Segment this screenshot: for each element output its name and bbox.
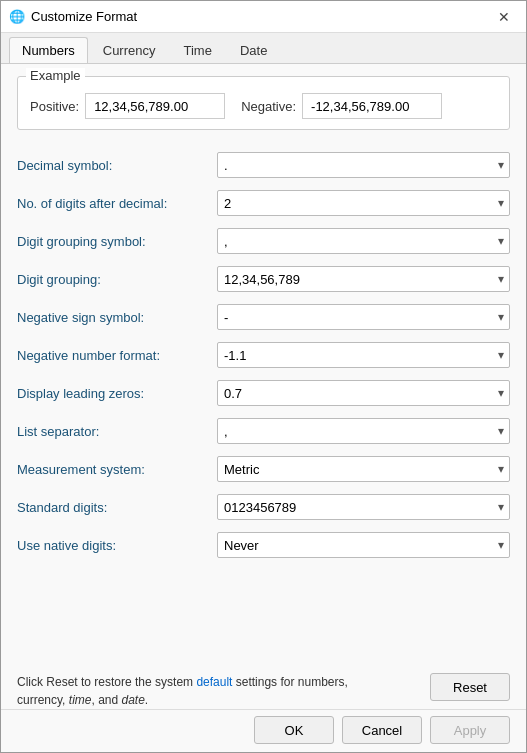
standard-digits-row: Standard digits: 0123456789 <box>17 488 510 526</box>
digit-grouping-symbol-row: Digit grouping symbol: , . <box>17 222 510 260</box>
negative-number-format-select[interactable]: -1.1 - 1.1 1.1- (1.1) <box>217 342 510 368</box>
form-section: Decimal symbol: . , No. of digits after … <box>17 146 510 564</box>
example-row: Positive: 12,34,56,789.00 Negative: -12,… <box>30 93 497 119</box>
digits-after-decimal-label: No. of digits after decimal: <box>17 196 217 211</box>
decimal-symbol-select[interactable]: . , <box>217 152 510 178</box>
display-leading-zeros-select[interactable]: 0.7 .7 <box>217 380 510 406</box>
negative-sign-symbol-select[interactable]: - ( <box>217 304 510 330</box>
measurement-system-row: Measurement system: Metric U.S. U.K. <box>17 450 510 488</box>
use-native-digits-select[interactable]: Never Always National scripts only <box>217 532 510 558</box>
footer-buttons: OK Cancel Apply <box>1 709 526 752</box>
reset-footer: Click Reset to restore the system defaul… <box>1 665 526 709</box>
negative-number-format-control: -1.1 - 1.1 1.1- (1.1) <box>217 342 510 368</box>
positive-value: 12,34,56,789.00 <box>85 93 225 119</box>
digit-grouping-select-wrapper: 12,34,56,789 123,456,789 <box>217 266 510 292</box>
use-native-digits-label: Use native digits: <box>17 538 217 553</box>
measurement-system-select[interactable]: Metric U.S. U.K. <box>217 456 510 482</box>
reset-text-comma: , and <box>91 693 121 707</box>
example-group-label: Example <box>26 68 85 83</box>
display-leading-zeros-label: Display leading zeros: <box>17 386 217 401</box>
negative-sign-symbol-select-wrapper: - ( <box>217 304 510 330</box>
negative-sign-symbol-label: Negative sign symbol: <box>17 310 217 325</box>
digit-grouping-symbol-select-wrapper: , . <box>217 228 510 254</box>
positive-example: Positive: 12,34,56,789.00 <box>30 93 225 119</box>
digit-grouping-select[interactable]: 12,34,56,789 123,456,789 <box>217 266 510 292</box>
digits-after-decimal-row: No. of digits after decimal: 0 1 2 3 4 <box>17 184 510 222</box>
ok-button[interactable]: OK <box>254 716 334 744</box>
tab-bar: Numbers Currency Time Date <box>1 33 526 64</box>
list-separator-select[interactable]: , ; <box>217 418 510 444</box>
measurement-system-control: Metric U.S. U.K. <box>217 456 510 482</box>
use-native-digits-row: Use native digits: Never Always National… <box>17 526 510 564</box>
standard-digits-select[interactable]: 0123456789 <box>217 494 510 520</box>
reset-text-prefix: Click Reset to restore the system <box>17 675 196 689</box>
negative-value: -12,34,56,789.00 <box>302 93 442 119</box>
use-native-digits-control: Never Always National scripts only <box>217 532 510 558</box>
decimal-symbol-row: Decimal symbol: . , <box>17 146 510 184</box>
cancel-button[interactable]: Cancel <box>342 716 422 744</box>
reset-text: Click Reset to restore the system defaul… <box>17 673 357 709</box>
digit-grouping-label: Digit grouping: <box>17 272 217 287</box>
title-bar: 🌐 Customize Format ✕ <box>1 1 526 33</box>
positive-label: Positive: <box>30 99 79 114</box>
display-leading-zeros-control: 0.7 .7 <box>217 380 510 406</box>
reset-text-italic-date: date <box>122 693 145 707</box>
customize-format-window: 🌐 Customize Format ✕ Numbers Currency Ti… <box>0 0 527 753</box>
close-button[interactable]: ✕ <box>490 3 518 31</box>
window-icon: 🌐 <box>9 9 25 25</box>
tab-numbers[interactable]: Numbers <box>9 37 88 63</box>
tab-time[interactable]: Time <box>171 37 225 63</box>
reset-text-period: . <box>145 693 148 707</box>
negative-number-format-label: Negative number format: <box>17 348 217 363</box>
negative-label: Negative: <box>241 99 296 114</box>
list-separator-label: List separator: <box>17 424 217 439</box>
digits-after-decimal-control: 0 1 2 3 4 <box>217 190 510 216</box>
decimal-symbol-label: Decimal symbol: <box>17 158 217 173</box>
decimal-symbol-control: . , <box>217 152 510 178</box>
negative-number-format-row: Negative number format: -1.1 - 1.1 1.1- … <box>17 336 510 374</box>
digit-grouping-symbol-control: , . <box>217 228 510 254</box>
window-title: Customize Format <box>31 9 490 24</box>
list-separator-control: , ; <box>217 418 510 444</box>
example-group: Example Positive: 12,34,56,789.00 Negati… <box>17 76 510 130</box>
use-native-digits-select-wrapper: Never Always National scripts only <box>217 532 510 558</box>
standard-digits-select-wrapper: 0123456789 <box>217 494 510 520</box>
digits-after-decimal-select[interactable]: 0 1 2 3 4 <box>217 190 510 216</box>
main-content: Example Positive: 12,34,56,789.00 Negati… <box>1 64 526 665</box>
digit-grouping-control: 12,34,56,789 123,456,789 <box>217 266 510 292</box>
display-leading-zeros-select-wrapper: 0.7 .7 <box>217 380 510 406</box>
display-leading-zeros-row: Display leading zeros: 0.7 .7 <box>17 374 510 412</box>
apply-button[interactable]: Apply <box>430 716 510 744</box>
digit-grouping-row: Digit grouping: 12,34,56,789 123,456,789 <box>17 260 510 298</box>
decimal-symbol-select-wrapper: . , <box>217 152 510 178</box>
negative-number-format-select-wrapper: -1.1 - 1.1 1.1- (1.1) <box>217 342 510 368</box>
negative-sign-symbol-row: Negative sign symbol: - ( <box>17 298 510 336</box>
digit-grouping-symbol-select[interactable]: , . <box>217 228 510 254</box>
tab-currency[interactable]: Currency <box>90 37 169 63</box>
standard-digits-control: 0123456789 <box>217 494 510 520</box>
reset-button[interactable]: Reset <box>430 673 510 701</box>
list-separator-select-wrapper: , ; <box>217 418 510 444</box>
reset-text-link: default <box>196 675 232 689</box>
list-separator-row: List separator: , ; <box>17 412 510 450</box>
standard-digits-label: Standard digits: <box>17 500 217 515</box>
measurement-system-select-wrapper: Metric U.S. U.K. <box>217 456 510 482</box>
digit-grouping-symbol-label: Digit grouping symbol: <box>17 234 217 249</box>
reset-text-italic-time: time <box>69 693 92 707</box>
negative-example: Negative: -12,34,56,789.00 <box>241 93 442 119</box>
tab-date[interactable]: Date <box>227 37 280 63</box>
digits-after-decimal-select-wrapper: 0 1 2 3 4 <box>217 190 510 216</box>
measurement-system-label: Measurement system: <box>17 462 217 477</box>
negative-sign-symbol-control: - ( <box>217 304 510 330</box>
